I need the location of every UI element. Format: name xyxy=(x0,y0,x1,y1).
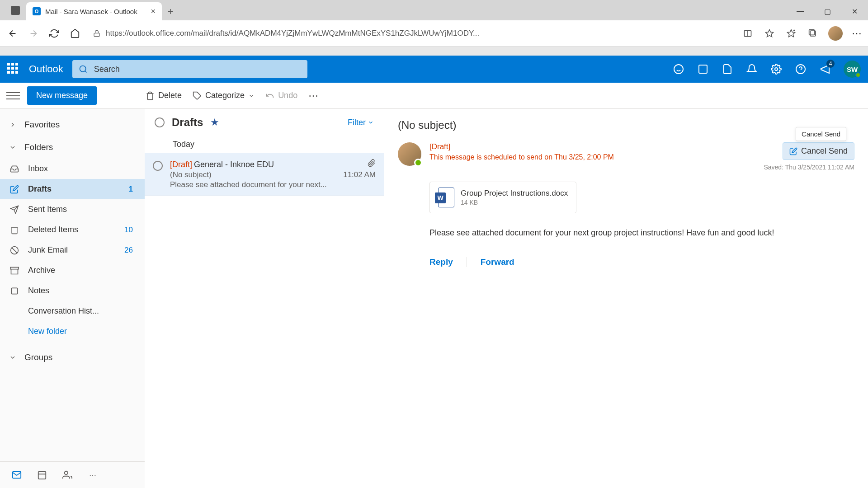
attachment-item[interactable]: Group Project Instructions.docx 14 KB xyxy=(429,182,576,213)
svg-point-10 xyxy=(80,66,85,72)
notifications-icon[interactable] xyxy=(746,63,758,75)
browser-menu-icon[interactable]: ⋯ xyxy=(852,28,862,39)
folder-drafts[interactable]: Drafts 1 xyxy=(0,179,145,199)
profile-avatar[interactable]: SW xyxy=(844,61,861,78)
message-item[interactable]: [Draft] General - Inknoe EDU (No subject… xyxy=(145,153,384,196)
folder-archive[interactable]: Archive xyxy=(0,260,145,281)
people-nav-icon[interactable] xyxy=(61,469,73,481)
folder-list: Inbox Drafts 1 Sent Items Deleted Items … xyxy=(0,159,145,321)
folder-inbox[interactable]: Inbox xyxy=(0,159,145,179)
collections-icon[interactable] xyxy=(807,27,819,40)
outlook-logo[interactable]: Outlook xyxy=(29,63,63,75)
message-body: Please see attached document for your ne… xyxy=(429,227,854,239)
sender-avatar[interactable] xyxy=(398,142,421,166)
window-controls: — ▢ ✕ xyxy=(787,2,868,20)
presence-indicator xyxy=(855,72,861,78)
attachment-name: Group Project Instructions.docx xyxy=(461,189,568,198)
notification-badge: 4 xyxy=(826,60,835,68)
svg-point-26 xyxy=(65,471,68,474)
forward-button[interactable] xyxy=(27,27,40,40)
folder-junk[interactable]: Junk Email 26 xyxy=(0,240,145,260)
undo-icon xyxy=(265,91,274,100)
message-preview: Please see attached document for your ne… xyxy=(170,180,376,189)
favorites-section[interactable]: Favorites xyxy=(0,113,145,136)
calendar-nav-icon[interactable] xyxy=(36,469,48,481)
edge-app-icon xyxy=(8,3,23,18)
maximize-button[interactable]: ▢ xyxy=(814,2,841,20)
attachment-icon xyxy=(368,159,376,167)
star-icon[interactable]: ★ xyxy=(210,117,219,128)
new-message-button[interactable]: New message xyxy=(27,86,97,105)
date-group-today: Today xyxy=(145,134,384,153)
delete-button[interactable]: Delete xyxy=(146,91,182,100)
forward-button[interactable]: Forward xyxy=(481,257,514,267)
inbox-icon xyxy=(9,164,20,174)
drafts-icon xyxy=(9,185,20,194)
schedule-text: This message is scheduled to send on Thu… xyxy=(429,153,755,161)
settings-icon[interactable] xyxy=(770,63,782,75)
chevron-down-icon xyxy=(368,119,374,126)
mail-toolbar: New message Delete Categorize Undo ⋯ xyxy=(0,83,868,109)
reading-subject: (No subject) xyxy=(398,119,854,131)
url-field[interactable]: https://outlook.office.com/mail/drafts/i… xyxy=(90,29,733,38)
message-list: Drafts ★ Filter Today [Draft] General - … xyxy=(145,109,384,488)
url-text: https://outlook.office.com/mail/drafts/i… xyxy=(106,29,479,38)
browser-profile-avatar[interactable] xyxy=(828,26,843,41)
search-placeholder: Search xyxy=(94,65,120,74)
presence-indicator xyxy=(414,159,422,167)
tab-close-icon[interactable]: × xyxy=(151,7,156,16)
new-folder-button[interactable]: New folder xyxy=(0,321,145,342)
favorites-icon[interactable] xyxy=(763,27,776,40)
announcements-icon[interactable]: 4 xyxy=(819,63,831,75)
svg-point-14 xyxy=(775,68,778,70)
message-select-checkbox[interactable] xyxy=(153,161,163,171)
folder-notes[interactable]: Notes xyxy=(0,281,145,301)
cancel-send-button[interactable]: Cancel Send xyxy=(783,142,854,160)
word-document-icon xyxy=(438,188,454,207)
folder-conversation-history[interactable]: Conversation Hist... xyxy=(0,301,145,321)
svg-line-20 xyxy=(12,248,17,253)
folder-deleted[interactable]: Deleted Items 10 xyxy=(0,220,145,240)
search-input[interactable]: Search xyxy=(72,60,307,78)
browser-tab[interactable]: O Mail - Sara Wanasek - Outlook × xyxy=(26,2,162,20)
notes-icon[interactable] xyxy=(722,63,733,75)
folders-section[interactable]: Folders xyxy=(0,136,145,159)
svg-rect-21 xyxy=(10,267,19,269)
tab-bar: O Mail - Sara Wanasek - Outlook × + — ▢ … xyxy=(0,0,868,20)
junk-icon xyxy=(9,246,20,255)
reply-button[interactable]: Reply xyxy=(429,257,453,267)
undo-button[interactable]: Undo xyxy=(265,91,297,100)
home-button[interactable] xyxy=(69,27,81,40)
notes-folder-icon xyxy=(9,286,20,296)
tab-title: Mail - Sara Wanasek - Outlook xyxy=(45,8,146,15)
more-actions-icon[interactable]: ⋯ xyxy=(308,90,318,102)
back-button[interactable] xyxy=(6,27,19,40)
app-launcher-icon[interactable] xyxy=(7,63,20,75)
help-icon[interactable] xyxy=(795,63,807,75)
bottom-nav: ⋯ xyxy=(0,461,145,488)
skype-icon[interactable] xyxy=(673,63,684,75)
refresh-button[interactable] xyxy=(48,27,61,40)
new-tab-button[interactable]: + xyxy=(162,3,179,20)
minimize-button[interactable]: — xyxy=(787,2,814,20)
filter-button[interactable]: Filter xyxy=(348,118,374,127)
list-header: Drafts ★ Filter xyxy=(145,109,384,134)
outlook-favicon-icon: O xyxy=(33,7,41,15)
add-favorite-icon[interactable] xyxy=(785,27,797,40)
folder-sent[interactable]: Sent Items xyxy=(0,199,145,220)
draft-tag: [Draft] xyxy=(170,160,192,169)
close-button[interactable]: ✕ xyxy=(841,2,868,20)
browser-chrome: O Mail - Sara Wanasek - Outlook × + — ▢ … xyxy=(0,0,868,56)
more-nav-icon[interactable]: ⋯ xyxy=(87,469,99,481)
sidebar: Favorites Folders Inbox Drafts 1 Sent It… xyxy=(0,109,145,488)
groups-section[interactable]: Groups xyxy=(0,346,145,369)
teams-icon[interactable] xyxy=(697,63,709,75)
hamburger-icon[interactable] xyxy=(6,89,20,103)
header-icons: 4 SW xyxy=(673,61,861,78)
message-actions: Reply Forward xyxy=(429,257,854,267)
categorize-button[interactable]: Categorize xyxy=(193,91,255,100)
select-all-checkbox[interactable] xyxy=(155,117,165,127)
archive-icon xyxy=(9,266,20,275)
mail-nav-icon[interactable] xyxy=(11,469,23,481)
reading-mode-icon[interactable] xyxy=(741,27,754,40)
